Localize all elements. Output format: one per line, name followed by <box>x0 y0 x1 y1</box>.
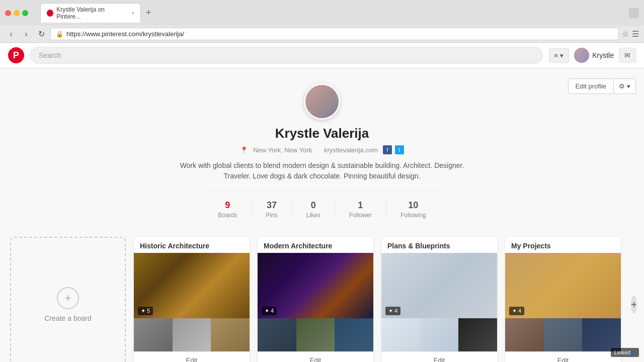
board-title-historic[interactable]: Historic Architecture <box>134 237 250 253</box>
board-thumb-1-projects[interactable] <box>505 318 544 351</box>
profile-name: Krystle Valerija <box>275 126 369 141</box>
stat-likes-label: Likes <box>306 212 320 219</box>
close-window-button[interactable] <box>5 10 11 16</box>
stat-boards-num: 9 <box>225 200 230 211</box>
stat-following-num: 10 <box>408 200 418 211</box>
back-button[interactable]: ‹ <box>5 28 17 40</box>
board-thumb-1-blueprints[interactable] <box>381 318 420 351</box>
address-bar[interactable]: 🔒 https://www.pinterest.com/krystlevaler… <box>50 28 619 40</box>
profile-meta: 📍 New York, New York · krystlevalerija.c… <box>240 145 404 154</box>
board-edit-button-projects[interactable]: Edit <box>557 356 569 362</box>
browser-chrome: Krystle Valerija on Pintere... × + ‹ › ↻… <box>0 0 644 43</box>
board-pin-count-projects: ✦ 4 <box>509 307 524 315</box>
board-thumb-row-projects <box>505 318 621 351</box>
board-footer-historic: Edit <box>134 351 250 362</box>
stat-boards[interactable]: 9 Boards <box>204 200 252 219</box>
maximize-window-button[interactable] <box>22 10 28 16</box>
bookmark-star-button[interactable]: ☆ <box>622 29 629 39</box>
profile-section: Edit profile ⚙ ▾ Krystle Valerija 📍 New … <box>0 68 644 229</box>
tab-title: Krystle Valerija on Pintere... <box>56 6 126 20</box>
board-card-blueprints: Plans & Blueprints ✦ 4 Edit <box>381 237 497 362</box>
stat-follower-num: 1 <box>358 200 363 211</box>
boards-section: + Create a board Historic Architecture ✦… <box>0 229 644 362</box>
board-thumb-2-blueprints[interactable] <box>420 318 459 351</box>
create-board-plus-icon: + <box>57 287 79 309</box>
create-board-label: Create a board <box>44 314 91 322</box>
board-thumb-1-modern[interactable] <box>258 318 296 351</box>
tab-bar: Krystle Valerija on Pintere... × + <box>35 3 626 23</box>
board-pin-count-historic: ✦ 5 <box>138 307 153 315</box>
nav-user-button[interactable]: Krystle <box>574 48 614 63</box>
stat-boards-label: Boards <box>218 212 237 219</box>
edit-profile-button[interactable]: Edit profile <box>568 78 614 94</box>
profile-website[interactable]: krystlevalerija.com <box>324 146 378 154</box>
stat-following[interactable]: 10 Following <box>386 200 440 219</box>
board-thumb-row-blueprints <box>381 318 497 351</box>
stat-likes[interactable]: 0 Likes <box>292 200 335 219</box>
board-main-wrapper-modern[interactable]: ✦ 4 <box>258 253 373 318</box>
board-edit-button-historic[interactable]: Edit <box>186 356 197 362</box>
traffic-lights <box>5 10 28 16</box>
board-edit-button-blueprints[interactable]: Edit <box>434 356 445 362</box>
stat-following-label: Following <box>400 212 426 219</box>
board-card-modern: Modern Architecture ✦ 4 Edit <box>258 237 373 362</box>
stat-follower[interactable]: 1 Follower <box>335 200 386 219</box>
address-bar-row: ‹ › ↻ 🔒 https://www.pinterest.com/krystl… <box>0 26 644 42</box>
board-thumb-3-projects[interactable] <box>582 318 621 351</box>
board-title-projects[interactable]: My Projects <box>505 237 621 253</box>
board-title-modern[interactable]: Modern Architecture <box>258 237 373 253</box>
profile-bio: Work with global clients to blend modern… <box>176 160 468 182</box>
active-tab[interactable]: Krystle Valerija on Pintere... × <box>40 3 141 23</box>
settings-chevron: ▾ <box>627 82 630 90</box>
settings-button[interactable]: ⚙ ▾ <box>613 78 636 94</box>
new-tab-button[interactable]: + <box>143 8 154 18</box>
board-main-wrapper-projects[interactable]: ✦ 4 <box>505 253 621 318</box>
pinterest-logo[interactable]: P <box>8 47 24 63</box>
nav-username: Krystle <box>592 51 614 59</box>
create-board-card[interactable]: + Create a board <box>10 237 126 362</box>
forward-button[interactable]: › <box>20 28 32 40</box>
profile-avatar <box>304 83 340 120</box>
facebook-icon[interactable]: f <box>383 145 392 154</box>
nav-avatar <box>574 48 589 63</box>
nav-message-button[interactable]: ✉ <box>619 48 636 63</box>
board-pin-count-modern: ✦ 4 <box>262 307 277 315</box>
board-footer-projects: Edit <box>505 351 621 362</box>
board-main-wrapper-historic[interactable]: ✦ 5 <box>134 253 250 318</box>
tab-close-button[interactable]: × <box>131 11 134 16</box>
stat-pins-num: 37 <box>267 200 277 211</box>
refresh-button[interactable]: ↻ <box>35 28 47 40</box>
stat-pins[interactable]: 37 Pins <box>252 200 292 219</box>
search-bar[interactable]: Search <box>30 47 543 64</box>
twitter-icon[interactable]: t <box>395 145 404 154</box>
tab-favicon <box>47 10 53 17</box>
board-edit-button-modern[interactable]: Edit <box>310 356 321 362</box>
board-thumb-row-historic <box>134 318 250 351</box>
board-main-wrapper-blueprints[interactable]: ✦ 4 <box>381 253 497 318</box>
board-title-blueprints[interactable]: Plans & Blueprints <box>381 237 497 253</box>
dot-separator: · <box>317 146 319 154</box>
board-thumb-2-historic[interactable] <box>173 318 211 351</box>
url-text: https://www.pinterest.com/krystlevalerij… <box>66 30 184 38</box>
board-thumb-3-historic[interactable] <box>211 318 250 351</box>
board-footer-blueprints: Edit <box>381 351 497 362</box>
gear-icon: ⚙ <box>619 82 625 90</box>
minimize-window-button[interactable] <box>14 10 20 16</box>
browser-actions: ☆ ☰ <box>622 29 639 39</box>
board-thumb-2-modern[interactable] <box>296 318 335 351</box>
board-thumb-1-historic[interactable] <box>134 318 173 351</box>
nav-menu-button[interactable]: ≡ ▾ <box>549 48 570 63</box>
lock-icon: 🔒 <box>56 31 63 38</box>
board-thumb-3-blueprints[interactable] <box>458 318 497 351</box>
browser-menu-button[interactable]: ☰ <box>632 29 639 39</box>
board-pin-count-blueprints: ✦ 4 <box>385 307 400 315</box>
menu-icon: ≡ <box>554 52 558 59</box>
add-more-button[interactable]: + <box>631 296 637 314</box>
board-thumb-3-modern[interactable] <box>335 318 373 351</box>
social-icons: f t <box>383 145 404 154</box>
avatar-image <box>305 85 339 118</box>
board-card-historic: Historic Architecture ✦ 5 Edit <box>134 237 250 362</box>
board-thumb-2-projects[interactable] <box>544 318 583 351</box>
board-card-projects: My Projects ✦ 4 Edit <box>505 237 621 362</box>
board-thumb-row-modern <box>258 318 373 351</box>
